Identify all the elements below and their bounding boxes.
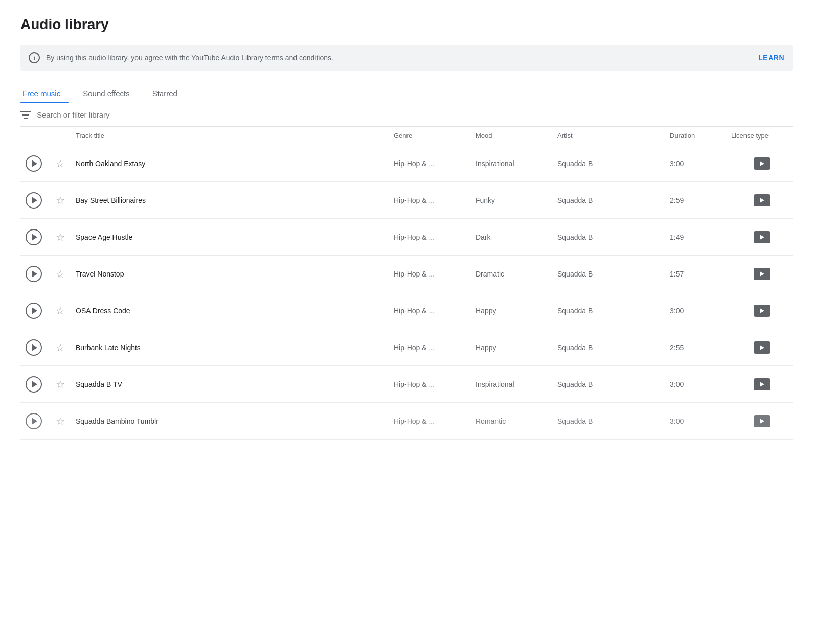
track-mood-0: Inspirational [476,159,557,168]
track-artist-7: Squadda B [557,417,670,425]
track-artist-6: Squadda B [557,380,670,388]
table-row: ☆ Space Age Hustle Hip-Hop & ... Dark Sq… [20,219,793,256]
header-artist: Artist [557,132,670,140]
header-genre: Genre [394,132,476,140]
track-duration-4: 3:00 [670,307,731,315]
track-genre-0: Hip-Hop & ... [394,159,476,168]
tab-sound-effects[interactable]: Sound effects [81,83,138,103]
track-artist-5: Squadda B [557,343,670,352]
license-yt-5[interactable] [731,341,793,354]
track-duration-2: 1:49 [670,233,731,241]
track-mood-4: Happy [476,307,557,315]
track-title-7: Squadda Bambino Tumblr [74,417,394,425]
track-duration-7: 3:00 [670,417,731,425]
track-mood-5: Happy [476,343,557,352]
play-button-1[interactable] [20,192,47,209]
track-mood-6: Inspirational [476,380,557,388]
table-row: ☆ Bay Street Billionaires Hip-Hop & ... … [20,182,793,219]
play-button-7[interactable] [20,413,47,429]
track-artist-1: Squadda B [557,196,670,204]
search-bar [20,103,793,127]
tabs-container: Free music Sound effects Starred [20,83,793,103]
star-button-3[interactable]: ☆ [47,268,74,280]
header-mood: Mood [476,132,557,140]
track-title-6: Squadda B TV [74,380,394,388]
license-yt-0[interactable] [731,157,793,170]
track-artist-4: Squadda B [557,307,670,315]
track-title-0: North Oakland Extasy [74,159,394,168]
star-button-0[interactable]: ☆ [47,157,74,170]
play-button-0[interactable] [20,155,47,172]
track-mood-1: Funky [476,196,557,204]
track-title-2: Space Age Hustle [74,233,394,241]
license-yt-3[interactable] [731,268,793,280]
table-row: ☆ Burbank Late Nights Hip-Hop & ... Happ… [20,329,793,366]
header-license-type: License type [731,132,793,140]
table-row: ☆ Squadda B TV Hip-Hop & ... Inspiration… [20,366,793,403]
notice-bar: i By using this audio library, you agree… [20,45,793,71]
tab-free-music[interactable]: Free music [20,83,69,103]
track-mood-7: Romantic [476,417,557,425]
page-title: Audio library [20,16,793,33]
star-button-5[interactable]: ☆ [47,341,74,354]
play-button-4[interactable] [20,303,47,319]
star-button-7[interactable]: ☆ [47,415,74,427]
play-button-5[interactable] [20,339,47,356]
tracks-list: ☆ North Oakland Extasy Hip-Hop & ... Ins… [20,145,793,440]
track-genre-7: Hip-Hop & ... [394,417,476,425]
info-icon: i [29,52,40,63]
learn-more-link[interactable]: LEARN [758,54,784,62]
table-row: ☆ North Oakland Extasy Hip-Hop & ... Ins… [20,145,793,182]
play-button-2[interactable] [20,229,47,245]
track-title-3: Travel Nonstop [74,270,394,278]
track-title-1: Bay Street Billionaires [74,196,394,204]
track-artist-3: Squadda B [557,270,670,278]
track-duration-5: 2:55 [670,343,731,352]
track-duration-3: 1:57 [670,270,731,278]
track-genre-4: Hip-Hop & ... [394,307,476,315]
table-row: ☆ Travel Nonstop Hip-Hop & ... Dramatic … [20,256,793,292]
track-mood-3: Dramatic [476,270,557,278]
track-genre-5: Hip-Hop & ... [394,343,476,352]
track-duration-6: 3:00 [670,380,731,388]
license-yt-6[interactable] [731,378,793,390]
track-title-5: Burbank Late Nights [74,343,394,352]
track-artist-2: Squadda B [557,233,670,241]
star-button-6[interactable]: ☆ [47,378,74,390]
play-button-6[interactable] [20,376,47,393]
search-input[interactable] [37,110,793,119]
license-yt-7[interactable] [731,415,793,427]
track-genre-6: Hip-Hop & ... [394,380,476,388]
table-header: Track title Genre Mood Artist Duration L… [20,127,793,145]
track-genre-2: Hip-Hop & ... [394,233,476,241]
track-genre-3: Hip-Hop & ... [394,270,476,278]
track-duration-1: 2:59 [670,196,731,204]
table-row: ☆ OSA Dress Code Hip-Hop & ... Happy Squ… [20,292,793,329]
star-button-1[interactable]: ☆ [47,194,74,206]
track-genre-1: Hip-Hop & ... [394,196,476,204]
header-track-title: Track title [74,132,394,140]
filter-icon[interactable] [20,111,31,119]
track-mood-2: Dark [476,233,557,241]
track-artist-0: Squadda B [557,159,670,168]
track-title-4: OSA Dress Code [74,307,394,315]
header-duration: Duration [670,132,731,140]
play-button-3[interactable] [20,266,47,282]
license-yt-4[interactable] [731,305,793,317]
notice-text: By using this audio library, you agree w… [46,54,333,62]
star-button-4[interactable]: ☆ [47,305,74,317]
license-yt-1[interactable] [731,194,793,206]
table-row: ☆ Squadda Bambino Tumblr Hip-Hop & ... R… [20,403,793,440]
license-yt-2[interactable] [731,231,793,243]
track-duration-0: 3:00 [670,159,731,168]
star-button-2[interactable]: ☆ [47,231,74,243]
tab-starred[interactable]: Starred [150,83,186,103]
